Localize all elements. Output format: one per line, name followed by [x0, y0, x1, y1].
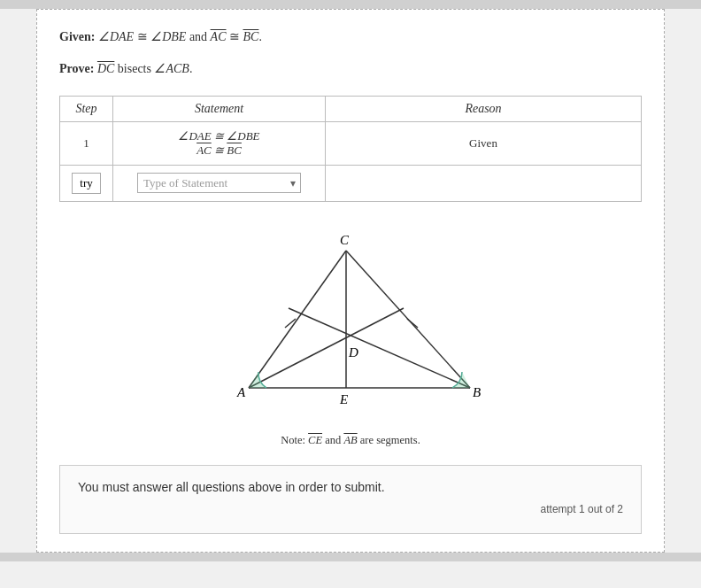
note-ab: AB — [343, 434, 357, 446]
input-row[interactable]: try Type of Statement Congruent Angles C… — [60, 165, 642, 201]
diagram-container: A B C D E Note: CE and AB are segments. — [59, 220, 642, 447]
reason-cell: Given — [326, 121, 642, 165]
submit-area: You must answer all questions above in o… — [59, 465, 642, 534]
statement-select[interactable]: Type of Statement Congruent Angles Congr… — [137, 173, 301, 193]
svg-line-7 — [407, 319, 418, 328]
attempt-text: attempt 1 out of 2 — [78, 503, 623, 515]
prove-line: Prove: DC bisects ∠ACB. — [59, 59, 642, 79]
given-content: ∠DAE ≅ ∠DBE and AC ≅ BC. — [98, 30, 262, 43]
svg-line-1 — [249, 251, 346, 388]
prove-label: Prove: — [59, 62, 94, 75]
submit-message: You must answer all questions above in o… — [78, 480, 623, 494]
given-line: Given: ∠DAE ≅ ∠DBE and AC ≅ BC. — [59, 27, 642, 47]
label-E: E — [339, 392, 348, 406]
proof-table: Step Statement Reason 1 ∠DAE ≅ ∠DBE AC ≅… — [59, 96, 642, 202]
label-C: C — [340, 233, 350, 247]
label-A: A — [236, 385, 246, 399]
statement-select-wrapper[interactable]: Type of Statement Congruent Angles Congr… — [137, 173, 301, 193]
label-B: B — [473, 385, 481, 399]
try-button[interactable]: try — [72, 173, 100, 194]
prove-content: DC bisects ∠ACB. — [97, 62, 193, 75]
reason-input-cell — [326, 165, 642, 201]
col-reason: Reason — [326, 96, 642, 121]
given-label: Given: — [59, 30, 95, 43]
table-row: 1 ∠DAE ≅ ∠DBE AC ≅ BC Given — [60, 121, 642, 165]
statement-input-cell[interactable]: Type of Statement Congruent Angles Congr… — [113, 165, 326, 201]
statement-cell: ∠DAE ≅ ∠DBE AC ≅ BC — [113, 121, 326, 165]
statement-line1: ∠DAE ≅ ∠DBE — [124, 129, 314, 143]
label-D: D — [348, 345, 358, 360]
statement-line2: AC ≅ BC — [124, 143, 314, 158]
step-number: 1 — [60, 121, 113, 165]
col-statement: Statement — [113, 96, 326, 121]
note-ce: CE — [308, 434, 322, 446]
try-cell[interactable]: try — [60, 165, 113, 201]
diagram-note: Note: CE and AB are segments. — [59, 434, 642, 447]
diagram-svg: A B C D E — [200, 220, 501, 423]
col-step: Step — [60, 96, 113, 121]
